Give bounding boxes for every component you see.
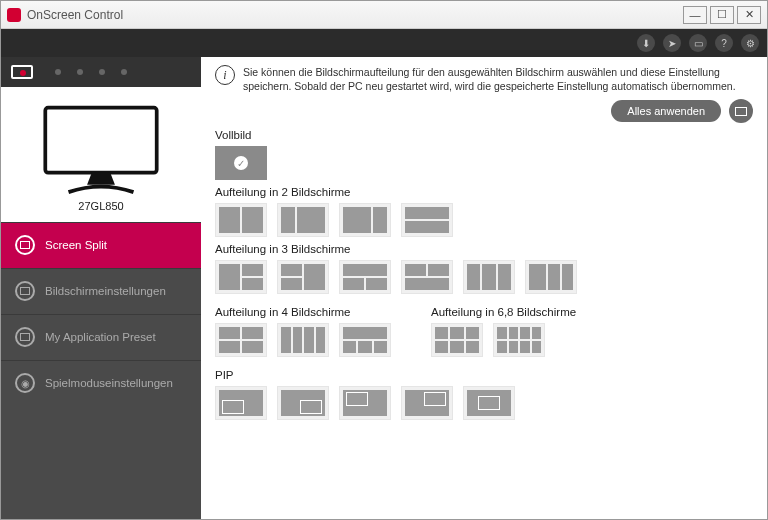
monitor-tab-dot[interactable] — [55, 69, 61, 75]
svg-rect-0 — [45, 108, 156, 173]
section-fullscreen-title: Vollbild — [215, 129, 753, 141]
app-preset-icon — [15, 327, 35, 347]
settings-gear-icon[interactable]: ⚙ — [741, 34, 759, 52]
section-split68-title: Aufteilung in 6,8 Bildschirme — [431, 306, 576, 318]
maximize-button[interactable]: ☐ — [710, 6, 734, 24]
monitor-tab-dot[interactable] — [121, 69, 127, 75]
apply-all-button[interactable]: Alles anwenden — [611, 100, 721, 122]
info-icon: i — [215, 65, 235, 85]
screen-split-icon — [15, 235, 35, 255]
layout-3-b[interactable] — [277, 260, 329, 294]
monitor-preview: 27GL850 — [1, 87, 201, 222]
monitor-model-label: 27GL850 — [78, 200, 123, 212]
layout-4-cols[interactable] — [277, 323, 329, 357]
layout-3-e[interactable] — [463, 260, 515, 294]
layout-pip-bl[interactable] — [215, 386, 267, 420]
app-window: OnScreen Control — ☐ ✕ ⬇ ➤ ▭ ? ⚙ — [0, 0, 768, 520]
layout-fullscreen[interactable]: ✓ — [215, 146, 267, 180]
layout-2-left-small[interactable] — [277, 203, 329, 237]
layout-3-a[interactable] — [215, 260, 267, 294]
nav-label: Bildschirmeinstellungen — [45, 285, 166, 297]
sidebar-nav: Screen Split Bildschirmeinstellungen My … — [1, 222, 201, 406]
layout-8[interactable] — [493, 323, 545, 357]
game-mode-icon: ◉ — [15, 373, 35, 393]
display-settings-icon — [15, 281, 35, 301]
info-banner: i Sie können die Bildschirmaufteilung fü… — [215, 65, 753, 93]
help-icon[interactable]: ? — [715, 34, 733, 52]
nav-label: Screen Split — [45, 239, 107, 251]
layout-2-right-small[interactable] — [339, 203, 391, 237]
layout-2-vertical[interactable] — [215, 203, 267, 237]
top-toolbar: ⬇ ➤ ▭ ? ⚙ — [1, 29, 767, 57]
nav-label: Spielmoduseinstellungen — [45, 377, 173, 389]
layout-pip-tl[interactable] — [339, 386, 391, 420]
layout-pip-tr[interactable] — [401, 386, 453, 420]
section-split3-title: Aufteilung in 3 Bildschirme — [215, 243, 753, 255]
layout-pip-center[interactable] — [463, 386, 515, 420]
nav-app-preset[interactable]: My Application Preset — [1, 314, 201, 360]
minimize-button[interactable]: — — [683, 6, 707, 24]
nav-label: My Application Preset — [45, 331, 156, 343]
layout-2-horizontal[interactable] — [401, 203, 453, 237]
layout-4-grid[interactable] — [215, 323, 267, 357]
monitor-tabs — [1, 57, 201, 87]
layout-4-mixed[interactable] — [339, 323, 391, 357]
nav-display-settings[interactable]: Bildschirmeinstellungen — [1, 268, 201, 314]
monitor-icon — [36, 103, 166, 196]
layout-3-d[interactable] — [401, 260, 453, 294]
titlebar: OnScreen Control — ☐ ✕ — [1, 1, 767, 29]
layout-3-c[interactable] — [339, 260, 391, 294]
section-split4-title: Aufteilung in 4 Bildschirme — [215, 306, 391, 318]
monitor-tab-active-icon[interactable] — [11, 65, 33, 79]
layout-6[interactable] — [431, 323, 483, 357]
main-content: i Sie können die Bildschirmaufteilung fü… — [201, 57, 767, 519]
monitor-tab-dot[interactable] — [77, 69, 83, 75]
nav-screen-split[interactable]: Screen Split — [1, 222, 201, 268]
app-logo-icon — [7, 8, 21, 22]
section-split2-title: Aufteilung in 2 Bildschirme — [215, 186, 753, 198]
monitor-tab-dot[interactable] — [99, 69, 105, 75]
info-text: Sie können die Bildschirmaufteilung für … — [243, 65, 753, 93]
cursor-icon[interactable]: ➤ — [663, 34, 681, 52]
download-icon[interactable]: ⬇ — [637, 34, 655, 52]
layout-pip-br[interactable] — [277, 386, 329, 420]
sidebar: 27GL850 Screen Split Bildschirmeinstellu… — [1, 57, 201, 519]
window-icon[interactable]: ▭ — [689, 34, 707, 52]
nav-game-mode[interactable]: ◉ Spielmoduseinstellungen — [1, 360, 201, 406]
layout-3-f[interactable] — [525, 260, 577, 294]
window-title: OnScreen Control — [27, 8, 680, 22]
apply-layout-icon-button[interactable] — [729, 99, 753, 123]
section-pip-title: PIP — [215, 369, 753, 381]
close-button[interactable]: ✕ — [737, 6, 761, 24]
